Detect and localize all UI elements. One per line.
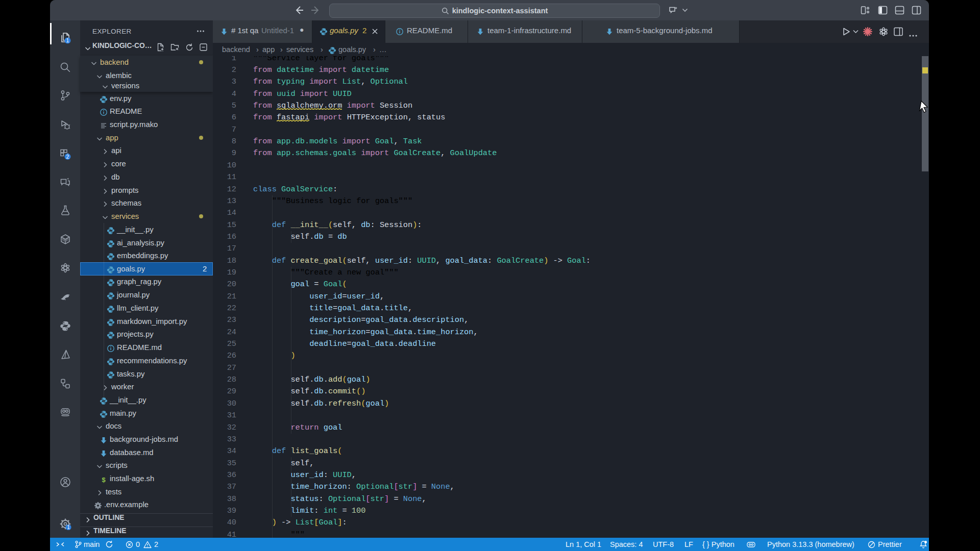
svg-text:$: $ — [102, 475, 106, 483]
svg-text:2: 2 — [66, 154, 69, 160]
svg-text:1: 1 — [66, 37, 69, 43]
svg-text:1: 1 — [67, 524, 70, 530]
